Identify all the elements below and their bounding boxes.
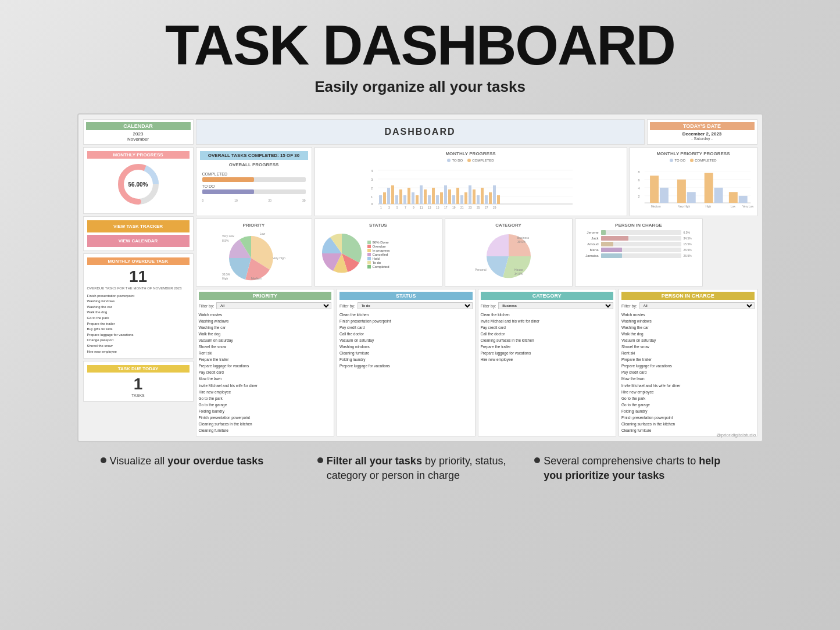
task-due-label: TASKS bbox=[87, 393, 190, 398]
status-pie-title: STATUS bbox=[319, 223, 438, 228]
svg-rect-69 bbox=[677, 180, 685, 203]
person-bar-fill-mena bbox=[601, 248, 623, 252]
person-bar-fill-jamaica bbox=[601, 253, 623, 258]
person-row-mena: Mena 26.5% bbox=[581, 248, 696, 252]
filter-person-by-row: Filter by: All Jerome Jack bbox=[621, 302, 755, 309]
priority-legend-completed-dot bbox=[690, 159, 694, 162]
priority-pie-svg: Very Low 8.5% Low High 38.5% Medium Very… bbox=[219, 230, 289, 282]
status-item-completed: Completed bbox=[367, 265, 390, 269]
svg-text:High: High bbox=[705, 205, 711, 208]
button-box: VIEW TASK TRACKER VIEW CALENDAR bbox=[83, 216, 194, 251]
filter-status-header: STATUS bbox=[339, 292, 473, 300]
main-content: MONTHLY PROGRESS 56.00% bbox=[83, 147, 757, 436]
today-header: TODAY'S DATE bbox=[650, 122, 755, 130]
svg-text:13: 13 bbox=[428, 206, 431, 209]
svg-text:1: 1 bbox=[371, 195, 373, 199]
status-dot-inprogress bbox=[367, 249, 371, 252]
filter-category-header: CATEGORY bbox=[481, 292, 614, 300]
svg-text:0: 0 bbox=[371, 202, 373, 206]
calendar-header: CALENDAR bbox=[86, 122, 191, 130]
monthly-legend: TO DO COMPLETED bbox=[319, 159, 623, 162]
person-bar-track-mena bbox=[601, 248, 681, 252]
svg-text:Medium: Medium bbox=[251, 277, 262, 280]
person-bar-fill-jerome bbox=[601, 230, 606, 235]
status-dot-hold bbox=[367, 257, 371, 260]
legend-completed: COMPLETED bbox=[467, 159, 494, 162]
progress-scale: 0 10 20 30 bbox=[200, 199, 308, 202]
page-title: TASK DASHBOARD bbox=[165, 17, 675, 73]
priority-bar-svg: 8 6 4 2 bbox=[634, 163, 753, 210]
dashboard-frame: CALENDAR 2023 November DASHBOARD TODAY'S… bbox=[77, 113, 763, 442]
calendar-box: CALENDAR 2023 November bbox=[83, 119, 194, 145]
filter-status-box: STATUS Filter by: To do Completed In pro… bbox=[337, 289, 476, 436]
status-pie-content: 96% Done Overdue In progress bbox=[319, 230, 438, 277]
svg-text:Business: Business bbox=[517, 236, 530, 239]
status-dot-completed bbox=[367, 265, 371, 269]
svg-text:9: 9 bbox=[413, 206, 414, 209]
task-due-header: TASK DUE TODAY bbox=[87, 365, 190, 373]
svg-rect-38 bbox=[481, 188, 484, 204]
svg-text:23: 23 bbox=[469, 206, 472, 209]
svg-text:2: 2 bbox=[371, 187, 373, 190]
priority-legend-todo: TO DO bbox=[670, 159, 685, 162]
status-dot-done bbox=[367, 241, 371, 244]
person-bar-fill-arnoud bbox=[601, 242, 613, 246]
person-bar-track-jerome bbox=[601, 230, 681, 235]
svg-rect-30 bbox=[448, 189, 451, 204]
today-date: December 2, 2023 bbox=[650, 131, 755, 137]
overdue-tasks-list: OVERDUE TASKS FOR THE MONTH OF NOVEMBER … bbox=[87, 286, 190, 355]
legend-completed-dot bbox=[467, 159, 471, 162]
svg-rect-14 bbox=[383, 192, 386, 204]
status-item-cancelled: Cancelled bbox=[367, 253, 390, 256]
svg-text:2: 2 bbox=[638, 195, 639, 198]
filter-priority-label: Filter by: bbox=[199, 304, 215, 308]
annotation-left: Visualize all your overdue tasks bbox=[101, 454, 306, 483]
svg-text:29: 29 bbox=[493, 206, 496, 209]
category-pie-box: CATEGORY Business 30.9% bbox=[445, 219, 573, 287]
status-dot-cancelled bbox=[367, 253, 371, 256]
todo-bar-track bbox=[202, 189, 306, 194]
legend-todo-dot bbox=[447, 159, 451, 162]
filter-priority-by-row: Filter by: All High Medium Low bbox=[199, 302, 332, 309]
monthly-progress-box: MONTHLY PROGRESS 56.00% bbox=[83, 147, 194, 214]
svg-rect-41 bbox=[493, 185, 496, 204]
person-row-jack: Jack 34.5% bbox=[581, 236, 696, 241]
priority-progress-title: MONTHLY PRIORITY PROGRESS bbox=[634, 151, 753, 156]
filter-person-label: Filter by: bbox=[621, 304, 637, 308]
svg-rect-70 bbox=[687, 192, 695, 203]
svg-text:Low: Low bbox=[730, 205, 735, 208]
svg-text:Medium: Medium bbox=[650, 205, 660, 208]
svg-text:7: 7 bbox=[405, 206, 406, 209]
person-row-jamaica: Jamaica 26.5% bbox=[581, 253, 696, 258]
svg-rect-25 bbox=[428, 195, 431, 204]
person-row-arnoud: Arnoud 15.5% bbox=[581, 242, 696, 246]
svg-rect-33 bbox=[460, 195, 463, 204]
filter-status-by-row: Filter by: To do Completed In progress bbox=[339, 302, 473, 309]
svg-rect-37 bbox=[477, 195, 480, 204]
filter-status-dropdown[interactable]: To do Completed In progress bbox=[358, 302, 473, 309]
filter-priority-dropdown[interactable]: All High Medium Low bbox=[216, 302, 331, 309]
svg-rect-27 bbox=[436, 195, 439, 204]
filter-category-dropdown[interactable]: Business House Personal bbox=[498, 302, 613, 309]
today-day: - Saturday - bbox=[650, 137, 755, 141]
progress-section: COMPLETED TO DO bbox=[200, 170, 308, 199]
svg-rect-18 bbox=[399, 189, 402, 204]
person-chart-bars: Jerome 6.5% Jack bbox=[579, 230, 699, 258]
svg-rect-19 bbox=[403, 195, 406, 204]
annotation-left-dot bbox=[101, 457, 106, 463]
header-row: CALENDAR 2023 November DASHBOARD TODAY'S… bbox=[83, 119, 757, 145]
filter-category-box: CATEGORY Filter by: Business House Perso… bbox=[478, 289, 617, 436]
annotation-right: Several comprehensive charts to help you… bbox=[534, 454, 739, 483]
monthly-progress-header: MONTHLY PROGRESS bbox=[87, 151, 190, 159]
annotation-center-dot bbox=[317, 457, 323, 463]
status-item-overdue: Overdue bbox=[367, 245, 390, 248]
overdue-tasks: Finish presentation powerpointWashing wi… bbox=[87, 293, 190, 355]
view-calendar-button[interactable]: VIEW CALENDAR bbox=[87, 235, 190, 247]
annotation-right-dot bbox=[534, 457, 540, 463]
svg-text:Low: Low bbox=[260, 232, 266, 235]
filter-person-dropdown[interactable]: All Jerome Jack bbox=[639, 302, 755, 309]
right-panel: OVERALL TASKS COMPLETED: 15 OF 30 OVERAL… bbox=[196, 147, 757, 436]
svg-rect-21 bbox=[412, 192, 414, 204]
svg-rect-26 bbox=[432, 188, 435, 204]
view-tracker-button[interactable]: VIEW TASK TRACKER bbox=[87, 220, 190, 232]
